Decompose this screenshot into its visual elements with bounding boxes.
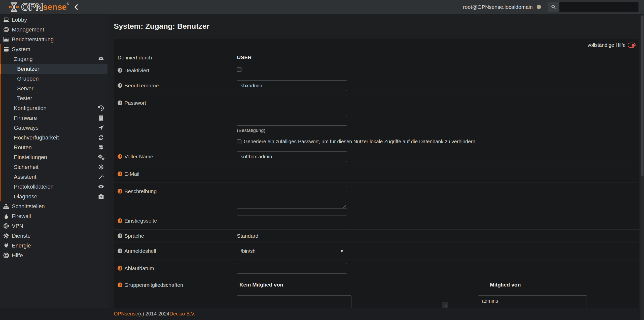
- sidebar-item-energie[interactable]: Energie: [0, 241, 108, 251]
- sidebar-item-hochverfuegbarkeit[interactable]: Hochverfügbarkeit: [0, 133, 108, 143]
- form-row-defined-by: Definiert durch USER: [114, 51, 639, 64]
- sidebar-item-dienste[interactable]: Dienste: [0, 231, 108, 241]
- password-input[interactable]: [237, 98, 347, 108]
- user-edit-panel: vollständige Hilfe Definiert durch USER …: [114, 39, 639, 320]
- sidebar-item-sicherheit[interactable]: Sicherheit: [0, 162, 108, 172]
- sidebar-item-protokolldateien[interactable]: Protokolldateien: [0, 182, 108, 192]
- sidebar-item-vpn[interactable]: VPN: [0, 221, 108, 231]
- landing-page-label: Einstiegsseite: [124, 216, 157, 226]
- sidebar-item-konfiguration[interactable]: Konfiguration: [0, 103, 108, 113]
- sidebar-item-lobby[interactable]: Lobby: [0, 15, 108, 25]
- fire-icon: [3, 213, 9, 219]
- search-icon: [548, 2, 559, 12]
- logged-in-user: root@OPNsense.localdomain: [463, 4, 533, 10]
- description-label: Beschreibung: [124, 186, 157, 197]
- menu-collapse-button[interactable]: [73, 3, 80, 11]
- sidebar-item-gruppen[interactable]: Gruppen: [0, 74, 108, 84]
- info-icon: [118, 100, 122, 105]
- sidebar-item-schnittstellen[interactable]: Schnittstellen: [0, 201, 108, 211]
- full-help-toggle[interactable]: [628, 43, 636, 48]
- brand-area: OPNsense®: [0, 2, 108, 12]
- info-icon: [118, 154, 122, 159]
- sidebar-item-system[interactable]: System: [0, 44, 108, 54]
- cogs-icon: [97, 154, 105, 161]
- form-row-password: Passwort (Bestätigung) Generiere ein zuf…: [114, 94, 639, 148]
- map-signs-icon: [98, 144, 104, 151]
- member-of-header: Mitglied von: [490, 282, 521, 288]
- divider: [237, 291, 639, 291]
- sidebar-item-server[interactable]: Server: [0, 84, 108, 93]
- vertical-scrollbar[interactable]: [640, 15, 644, 320]
- info-icon: [118, 83, 122, 88]
- info-icon: [118, 68, 122, 73]
- expires-label: Ablaufdatum: [124, 263, 154, 274]
- plug-icon: [3, 242, 9, 249]
- info-icon: [118, 248, 122, 253]
- sidebar-item-diagnose[interactable]: Diagnose: [0, 192, 108, 201]
- username-label: Benutzername: [124, 80, 159, 91]
- panel-header: vollständige Hilfe: [114, 39, 639, 51]
- form-row-shell: Anmeldeshell /bin/sh: [114, 242, 639, 260]
- sidebar-item-management[interactable]: Management: [0, 25, 108, 34]
- defined-by-value: USER: [237, 54, 252, 60]
- password-confirm-caption: (Bestätigung): [237, 128, 639, 133]
- topbar: OPNsense® root@OPNsense.localdomain: [0, 0, 644, 14]
- status-indicator: [537, 5, 541, 9]
- sidebar-item-tester[interactable]: Tester: [0, 93, 108, 103]
- sidebar-item-firewall[interactable]: Firewall: [0, 211, 108, 221]
- history-icon: [98, 105, 104, 111]
- landing-page-input[interactable]: [237, 216, 347, 226]
- laptop-icon: [3, 17, 9, 23]
- logo-registered-mark: ®: [67, 2, 69, 6]
- info-icon: [118, 171, 122, 176]
- globe-icon: [3, 223, 9, 229]
- list-item[interactable]: admins: [478, 296, 587, 306]
- sidebar-item-routen[interactable]: Routen: [0, 143, 108, 152]
- logo-opn: OPN: [21, 2, 43, 12]
- search-input[interactable]: [559, 2, 638, 12]
- form-row-disabled: Deaktiviert: [114, 64, 639, 77]
- info-icon: [118, 189, 122, 194]
- sidebar-item-benutzer[interactable]: Benutzer: [0, 64, 108, 74]
- sidebar-item-firmware[interactable]: Firmware: [0, 113, 108, 123]
- eye-icon: [98, 184, 104, 190]
- page-title: System: Zugang: Benutzer: [114, 22, 640, 31]
- search-box: [548, 2, 638, 12]
- info-icon: [118, 266, 122, 271]
- expires-input[interactable]: [237, 263, 347, 274]
- form-row-language: Sprache Standard: [114, 230, 639, 242]
- sidebar-item-berichterstattung[interactable]: Berichterstattung: [0, 34, 108, 44]
- language-label: Sprache: [124, 233, 144, 239]
- location-arrow-icon: [98, 125, 104, 131]
- info-icon: [118, 282, 122, 287]
- footer: OPNsense (c) 2014-2024 Deciso B.V.: [0, 308, 640, 320]
- sidebar-item-gateways[interactable]: Gateways: [0, 123, 108, 133]
- disabled-label: Deaktiviert: [124, 67, 149, 74]
- full-name-input[interactable]: [237, 151, 347, 162]
- globe-icon: [3, 26, 9, 33]
- opnsense-link[interactable]: OPNsense: [114, 311, 138, 317]
- sitemap-icon: [3, 203, 9, 209]
- not-member-of-header: Kein Mitglied von: [239, 282, 283, 288]
- form-row-landing-page: Einstiegsseite: [114, 212, 639, 230]
- sidebar-item-assistent[interactable]: Assistent: [0, 172, 108, 182]
- generate-password-checkbox[interactable]: [237, 139, 241, 144]
- caret-down-icon: [341, 248, 343, 254]
- password-confirm-input[interactable]: [237, 115, 347, 126]
- shell-select-value: /bin/sh: [241, 248, 256, 254]
- shell-select[interactable]: /bin/sh: [237, 246, 347, 256]
- form-row-username: Benutzername: [114, 77, 639, 94]
- deciso-link[interactable]: Deciso B.V.: [169, 311, 195, 317]
- generate-password-label: Generiere ein zufälliges Passwort, um fü…: [244, 139, 477, 145]
- sidebar-item-hilfe[interactable]: Hilfe: [0, 251, 108, 260]
- language-value: Standard: [237, 233, 258, 239]
- sidebar-item-zugang[interactable]: Zugang: [0, 54, 108, 64]
- disabled-checkbox[interactable]: [237, 67, 241, 72]
- life-ring-icon: [3, 252, 9, 259]
- username-input[interactable]: [237, 80, 347, 91]
- description-textarea[interactable]: [237, 186, 347, 209]
- scrollbar-thumb[interactable]: [641, 15, 643, 176]
- email-input[interactable]: [237, 169, 347, 179]
- topbar-right: root@OPNsense.localdomain: [463, 2, 644, 12]
- sidebar-item-einstellungen[interactable]: Einstellungen: [0, 152, 108, 162]
